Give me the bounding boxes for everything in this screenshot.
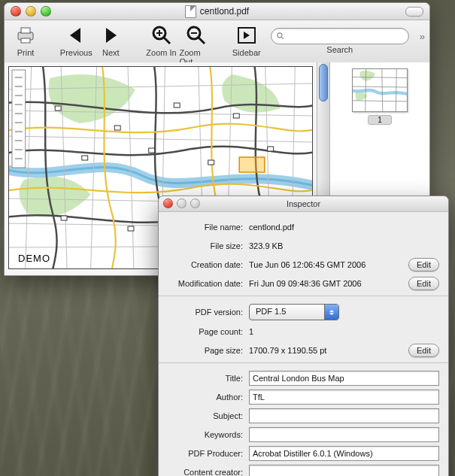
author-field[interactable] <box>249 390 439 405</box>
content-creator-field[interactable] <box>249 465 439 476</box>
zoom-out-button[interactable]: Zoom Out <box>180 23 213 66</box>
edit-modification-date-button[interactable]: Edit <box>408 277 439 290</box>
svg-rect-37 <box>82 156 88 160</box>
thumbnail-page-number: 1 <box>368 115 392 125</box>
label-author: Author: <box>168 393 243 402</box>
svg-rect-1 <box>21 28 30 33</box>
toolbar-toggle-pill[interactable] <box>405 7 423 17</box>
scrollbar-thumb[interactable] <box>319 64 328 102</box>
svg-point-14 <box>278 33 282 38</box>
value-creation-date: Tue Jun 06 12:06:45 GMT 2006 <box>249 260 404 269</box>
search-icon <box>276 32 285 41</box>
svg-line-6 <box>164 38 170 44</box>
toolbar-label: Print <box>17 48 35 57</box>
label-keywords: Keywords: <box>168 430 243 439</box>
svg-rect-2 <box>21 38 30 43</box>
label-page-size: Page size: <box>168 346 243 355</box>
value-page-size: 1700.79 x 1190.55 pt <box>249 346 404 355</box>
search-input[interactable] <box>271 28 409 44</box>
svg-rect-32 <box>239 157 265 172</box>
titlebar[interactable]: centlond.pdf <box>5 3 429 20</box>
svg-marker-4 <box>106 28 117 43</box>
svg-rect-39 <box>208 160 214 165</box>
keywords-field[interactable] <box>249 427 439 442</box>
svg-rect-40 <box>268 147 274 151</box>
pdf-version-value: PDF 1.5 <box>256 307 286 316</box>
pdf-producer-field[interactable] <box>249 446 439 461</box>
svg-rect-42 <box>128 226 134 231</box>
separator <box>159 362 448 363</box>
svg-marker-3 <box>70 28 80 43</box>
minimize-window-button[interactable] <box>26 6 36 17</box>
page-thumbnail[interactable] <box>352 68 408 112</box>
printer-icon <box>14 23 38 47</box>
toolbar-label: Previous <box>60 48 93 57</box>
label-file-name: File name: <box>168 223 243 232</box>
sidebar-icon <box>235 23 259 47</box>
svg-rect-36 <box>233 114 239 118</box>
label-title: Title: <box>168 374 243 383</box>
value-file-name: centlond.pdf <box>249 223 439 232</box>
window-title: centlond.pdf <box>200 3 249 20</box>
window-controls <box>11 6 51 17</box>
zoom-window-button[interactable] <box>41 6 51 17</box>
zoom-in-button[interactable]: Zoom In <box>145 23 178 66</box>
select-arrows-icon <box>324 305 338 320</box>
svg-rect-34 <box>114 126 120 130</box>
label-content-creator: Content creator: <box>168 468 243 476</box>
toolbar-label: Next <box>102 48 120 57</box>
close-window-button[interactable] <box>11 6 21 17</box>
inspector-titlebar[interactable]: Inspector <box>159 196 448 212</box>
toolbar-overflow-button[interactable]: » <box>420 31 425 42</box>
demo-watermark: DEMO <box>18 253 50 264</box>
inspector-window: Inspector File name: centlond.pdf File s… <box>158 196 449 476</box>
label-creation-date: Creation date: <box>168 260 243 269</box>
edit-creation-date-button[interactable]: Edit <box>408 258 439 271</box>
inspector-close-button[interactable] <box>163 199 173 208</box>
pdf-version-select[interactable]: PDF 1.5 <box>249 304 339 320</box>
label-page-count: Page count: <box>168 327 243 336</box>
edit-page-size-button[interactable]: Edit <box>408 344 439 357</box>
label-pdf-producer: PDF Producer: <box>168 449 243 458</box>
svg-rect-35 <box>174 103 180 108</box>
label-file-size: File size: <box>168 241 243 250</box>
magnifier-minus-icon <box>184 23 208 47</box>
toolbar-label: Zoom In <box>146 48 176 57</box>
toolbar: Print Previous Next <box>5 20 429 66</box>
svg-rect-33 <box>55 106 61 111</box>
previous-page-button[interactable]: Previous <box>59 23 93 57</box>
search-text-field[interactable] <box>288 31 404 41</box>
triangle-right-icon <box>99 23 123 47</box>
svg-rect-41 <box>61 216 67 220</box>
print-button[interactable]: Print <box>9 23 42 57</box>
value-file-size: 323.9 KB <box>249 241 439 250</box>
separator <box>159 296 448 296</box>
label-subject: Subject: <box>168 411 243 420</box>
magnifier-plus-icon <box>150 23 174 47</box>
label-pdf-version: PDF version: <box>168 308 243 317</box>
document-icon <box>185 5 196 18</box>
value-modification-date: Fri Jun 09 09:48:36 GMT 2006 <box>249 279 404 288</box>
svg-line-10 <box>199 38 205 44</box>
value-page-count: 1 <box>249 327 439 336</box>
svg-line-15 <box>281 37 284 39</box>
svg-rect-38 <box>149 148 155 153</box>
svg-rect-45 <box>12 70 26 168</box>
svg-marker-13 <box>244 32 250 39</box>
toolbar-label: Sidebar <box>232 48 261 57</box>
inspector-title: Inspector <box>287 199 320 208</box>
toolbar-label: Search <box>326 45 353 54</box>
subject-field[interactable] <box>249 408 439 423</box>
triangle-left-icon <box>64 23 88 47</box>
inspector-zoom-button[interactable] <box>190 199 200 208</box>
inspector-minimize-button[interactable] <box>177 199 187 208</box>
title-field[interactable] <box>249 371 439 386</box>
next-page-button[interactable]: Next <box>94 23 127 57</box>
label-modification-date: Modification date: <box>168 279 243 288</box>
sidebar-toggle-button[interactable]: Sidebar <box>230 23 263 57</box>
